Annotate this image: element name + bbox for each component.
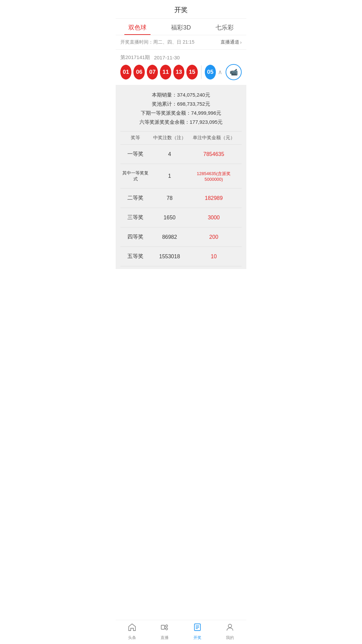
red-ball-1: 01 (120, 65, 131, 79)
nav-mine-label: 我的 (226, 635, 234, 641)
prize-level-1: 一等奖 (120, 151, 150, 158)
tab-fucai3d[interactable]: 福彩3D (159, 19, 203, 35)
prize-count-5: 1553018 (150, 254, 188, 260)
prize-count-4: 86982 (150, 234, 188, 240)
lottery-icon (193, 623, 202, 634)
red-ball-3: 07 (147, 65, 158, 79)
summary-line3: 下期一等奖派奖金额：74,999,996元 (120, 108, 242, 117)
prize-row-3: 三等奖 1650 3000 (120, 208, 242, 227)
nav-lottery-label: 开奖 (193, 635, 201, 641)
live-time-label: 开奖直播时间：周二、四、日 21:15 (120, 39, 194, 45)
video-button[interactable]: 📹 (226, 64, 242, 80)
prize-level-complex: 其中一等奖复式 (120, 170, 150, 182)
prize-amount-3: 3000 (188, 215, 242, 221)
tab-shuangseqiu[interactable]: 双色球 (116, 19, 159, 35)
red-ball-6: 15 (186, 65, 197, 79)
prize-amount-4: 200 (188, 234, 242, 240)
nav-headlines[interactable]: 头条 (116, 623, 148, 641)
prize-row-1: 一等奖 4 7854635 (120, 145, 242, 164)
page-header: 开奖 (116, 0, 246, 19)
prize-count-1: 4 (150, 151, 188, 157)
prize-panel: 本期销量：374,075,240元 奖池累计：698,733,752元 下期一等… (116, 85, 246, 269)
blue-ball-1: 05 (205, 65, 216, 79)
period-section: 第2017141期 2017-11-30 01 06 07 11 13 15 0… (116, 50, 246, 85)
svg-point-9 (228, 624, 232, 628)
nav-lottery[interactable]: 开奖 (181, 623, 214, 641)
divider (201, 65, 201, 79)
prize-level-2: 二等奖 (120, 195, 150, 202)
summary-line1: 本期销量：374,075,240元 (120, 90, 242, 99)
summary-line4: 六等奖派奖奖金余额：177,923,095元 (120, 117, 242, 126)
prize-level-3: 三等奖 (120, 214, 150, 221)
nav-headlines-label: 头条 (128, 635, 136, 641)
prize-amount-5: 10 (188, 254, 242, 260)
prize-level-4: 四等奖 (120, 233, 150, 240)
red-ball-4: 11 (160, 65, 171, 79)
svg-point-2 (166, 628, 168, 630)
user-icon (226, 623, 234, 634)
col-header-count: 中奖注数（注） (150, 135, 188, 141)
bottom-nav: 头条 直播 开奖 (116, 620, 246, 644)
tab-bar: 双色球 福彩3D 七乐彩 (116, 19, 246, 35)
live-channel-link[interactable]: 直播通道 › (221, 39, 242, 45)
prize-row-5: 五等奖 1553018 10 (120, 247, 242, 266)
nav-live-label: 直播 (161, 635, 169, 641)
home-icon (128, 623, 136, 634)
summary-line2: 奖池累计：698,733,752元 (120, 99, 242, 108)
lottery-numbers-row: 01 06 07 11 13 15 05 ∧ 📹 (120, 64, 242, 85)
svg-rect-0 (161, 625, 165, 629)
chevron-right-icon: › (240, 40, 242, 45)
red-ball-2: 06 (133, 65, 144, 79)
prize-count-complex: 1 (150, 173, 188, 179)
nav-mine[interactable]: 我的 (214, 623, 247, 641)
prize-count-2: 78 (150, 195, 188, 201)
prize-row-4: 四等奖 86982 200 (120, 227, 242, 247)
prize-level-5: 五等奖 (120, 253, 150, 260)
period-number: 第2017141期 (120, 54, 150, 61)
prize-row-2: 二等奖 78 182989 (120, 189, 242, 208)
prize-amount-1: 7854635 (188, 151, 242, 157)
col-header-level: 奖等 (120, 135, 150, 141)
svg-point-1 (166, 625, 168, 627)
red-ball-5: 13 (173, 65, 184, 79)
live-icon (160, 623, 169, 634)
prize-row-complex: 其中一等奖复式 1 12854635(含派奖5000000) (120, 164, 242, 189)
camera-icon: 📹 (230, 68, 238, 76)
prize-summary: 本期销量：374,075,240元 奖池累计：698,733,752元 下期一等… (120, 90, 242, 126)
period-date: 2017-11-30 (154, 55, 180, 60)
prize-count-3: 1650 (150, 215, 188, 221)
collapse-icon[interactable]: ∧ (218, 68, 222, 76)
prize-amount-2: 182989 (188, 195, 242, 201)
prize-amount-complex: 12854635(含派奖5000000) (188, 171, 242, 182)
page-title: 开奖 (174, 6, 188, 13)
tab-qilecai[interactable]: 七乐彩 (203, 19, 246, 35)
prize-table-header: 奖等 中奖注数（注） 单注中奖金额（元） (120, 131, 242, 145)
live-bar: 开奖直播时间：周二、四、日 21:15 直播通道 › (116, 35, 246, 50)
nav-live[interactable]: 直播 (148, 623, 181, 641)
col-header-amount: 单注中奖金额（元） (188, 135, 242, 141)
